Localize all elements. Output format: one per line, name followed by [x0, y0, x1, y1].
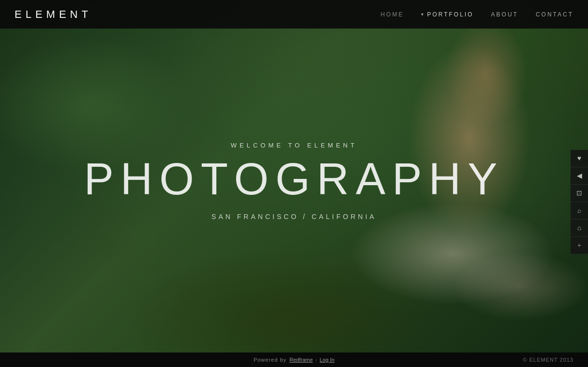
site-header: ELEMENT HOME ▾ PORTFOLIO ABOUT CONTACT — [0, 0, 588, 29]
portfolio-arrow-icon: ▾ — [421, 12, 425, 17]
nav-about[interactable]: ABOUT — [491, 11, 518, 18]
audio-icon: ◀ — [577, 172, 582, 180]
hero-location: SAN FRANCISCO / CALIFORNIA — [211, 213, 377, 220]
footer-redframe-link[interactable]: Redframe — [289, 357, 313, 363]
search-icon: ⌕ — [577, 207, 581, 215]
nav-portfolio-label: PORTFOLIO — [427, 11, 473, 18]
cart-icon: ⊡ — [576, 189, 582, 197]
footer-login-link[interactable]: Log In — [320, 357, 335, 363]
hero-section: WELCOME TO ELEMENT PHOTOGRAPHY SAN FRANC… — [0, 0, 588, 352]
side-toolbar: ♥ ◀ ⊡ ⌕ ⌂ + — [571, 150, 588, 254]
main-nav: HOME ▾ PORTFOLIO ABOUT CONTACT — [380, 11, 573, 18]
sidebar-add-button[interactable]: + — [571, 237, 588, 254]
sidebar-heart-button[interactable]: ♥ — [571, 150, 588, 167]
sidebar-search-button[interactable]: ⌕ — [571, 202, 588, 220]
footer-separator: | — [316, 357, 317, 363]
nav-home[interactable]: HOME — [380, 11, 404, 18]
plus-icon: + — [577, 242, 581, 250]
heart-icon: ♥ — [577, 155, 581, 162]
hero-title: PHOTOGRAPHY — [84, 157, 504, 201]
site-logo[interactable]: ELEMENT — [15, 8, 92, 21]
nav-contact[interactable]: CONTACT — [536, 11, 573, 18]
sidebar-audio-button[interactable]: ◀ — [571, 167, 588, 185]
hero-subtitle: WELCOME TO ELEMENT — [231, 142, 357, 149]
hero-content: WELCOME TO ELEMENT PHOTOGRAPHY SAN FRANC… — [0, 10, 588, 352]
nav-portfolio[interactable]: ▾ PORTFOLIO — [421, 11, 473, 18]
site-footer: Powered by Redframe | Log In © ELEMENT 2… — [0, 352, 588, 367]
footer-center: Powered by Redframe | Log In — [254, 357, 334, 363]
sidebar-home-button[interactable]: ⌂ — [571, 220, 588, 237]
sidebar-cart-button[interactable]: ⊡ — [571, 185, 588, 202]
home-icon: ⌂ — [577, 224, 581, 232]
footer-powered-text: Powered by — [254, 357, 286, 363]
footer-copyright: © ELEMENT 2013 — [523, 357, 573, 363]
